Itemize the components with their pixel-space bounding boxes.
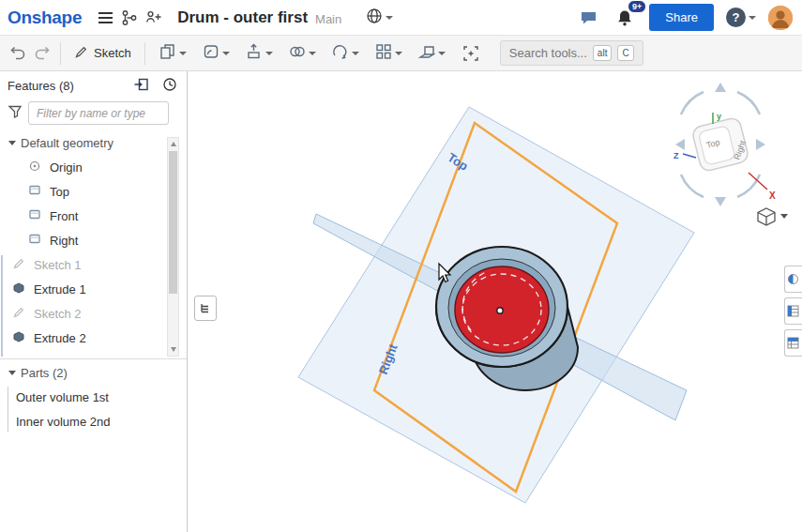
model-canvas[interactable]: Top Right Top Right [188, 71, 802, 532]
pattern-icon [374, 42, 393, 65]
help-menu[interactable]: ? [726, 8, 756, 27]
history-icon[interactable] [162, 77, 177, 95]
appearance-panel-button[interactable] [784, 266, 802, 293]
part-label: Outer volume 1st [16, 390, 109, 404]
share-button[interactable]: Share [649, 4, 714, 31]
tool-group-duplicate[interactable] [155, 40, 190, 67]
chevron-down-icon [309, 52, 316, 55]
onshape-logo[interactable]: Onshape [0, 8, 82, 28]
tree-item-top-plane[interactable]: Top [0, 179, 187, 204]
scrollbar-thumb[interactable] [169, 151, 177, 294]
workspace-name[interactable]: Main [315, 12, 341, 26]
filter-input[interactable] [28, 101, 169, 125]
tree-item-label: Sketch 2 [34, 307, 82, 321]
extrude-feature-icon [12, 281, 25, 297]
key-badge-alt: alt [593, 45, 613, 61]
search-tools-field[interactable]: Search tools... alt C [500, 40, 643, 66]
hamburger-icon[interactable] [93, 6, 117, 30]
version-graph-icon[interactable] [117, 6, 142, 30]
part-row-inner-volume[interactable]: Inner volume 2nd [0, 409, 187, 433]
tables-panel-button[interactable] [784, 329, 802, 357]
rollback-bar[interactable] [1, 255, 3, 357]
sketch-button[interactable]: Sketch [67, 41, 139, 66]
chevron-down-icon [265, 52, 273, 55]
tree-item-label: Sketch 1 [34, 258, 82, 272]
scroll-up-button[interactable] [168, 139, 178, 149]
units-menu[interactable] [366, 8, 393, 28]
tree-item-sketch-2[interactable]: Sketch 2 [0, 301, 187, 326]
tool-group-extrude[interactable] [241, 40, 277, 67]
chevron-down-icon [386, 16, 393, 20]
tree-item-label: Right [50, 234, 78, 248]
parts-header[interactable]: Parts (2) [0, 360, 187, 385]
parts-header-label: Parts (2) [21, 366, 68, 380]
axis-x-label: X [769, 190, 776, 201]
view-cube[interactable]: Top Right y Z X [673, 83, 776, 206]
avatar[interactable] [768, 6, 793, 30]
tree-item-extrude-1[interactable]: Extrude 1 [0, 277, 187, 301]
shell-icon [202, 42, 220, 65]
features-header-label: Features (8) [8, 79, 74, 93]
scroll-down-button[interactable] [168, 344, 178, 355]
spin-arrow-bottom-right[interactable] [737, 175, 760, 197]
sketch-icon [12, 306, 25, 322]
chevron-down-icon [352, 52, 359, 55]
feature-tree-scrollbar[interactable] [167, 137, 179, 357]
tool-group-revolve[interactable] [327, 40, 363, 67]
chevron-down-icon [438, 52, 446, 55]
tree-item-extrude-2[interactable]: Extrude 2 [0, 326, 187, 350]
help-icon: ? [726, 8, 746, 27]
undo-button[interactable] [6, 41, 30, 66]
spin-arrow-bottom-left[interactable] [681, 175, 704, 197]
collaboration-icon[interactable] [142, 6, 166, 30]
fit-view-icon[interactable] [459, 41, 483, 66]
spin-arrow-top-left[interactable] [681, 92, 704, 114]
chevron-down-icon[interactable] [8, 371, 16, 375]
tree-item-label: Extrude 1 [34, 282, 86, 296]
feature-list-toggle[interactable] [194, 296, 217, 321]
rotate-down-arrow[interactable] [715, 197, 726, 206]
chevron-down-icon[interactable] [8, 141, 16, 145]
plane-icon [28, 233, 41, 248]
comments-icon[interactable] [576, 6, 600, 30]
tool-group-sheet-metal[interactable] [414, 40, 449, 67]
rotate-right-arrow[interactable] [756, 139, 765, 150]
features-panel: Features (8) Default geometry Origin [0, 71, 188, 532]
center-point[interactable] [497, 308, 503, 313]
chevron-down-icon [395, 52, 402, 55]
tree-item-right-plane[interactable]: Right [0, 228, 187, 252]
insert-icon[interactable] [133, 77, 149, 95]
filter-row [0, 99, 187, 130]
key-badge-c: C [617, 45, 633, 61]
sketch-icon [12, 257, 25, 273]
search-tools-placeholder: Search tools... [509, 46, 587, 60]
spin-arrow-top-right[interactable] [737, 92, 760, 114]
redo-button[interactable] [30, 41, 54, 66]
tree-item-label: Top [50, 185, 69, 199]
notifications-bell-icon[interactable]: 9+ [613, 6, 637, 30]
tree-item-sketch-1[interactable]: Sketch 1 [0, 252, 187, 277]
topbar-right: 9+ Share ? [576, 4, 802, 31]
tool-group-pattern[interactable] [371, 40, 406, 67]
graphics-viewport[interactable]: Top Right Top Right [188, 71, 802, 532]
axis-y-label: y [717, 112, 721, 121]
tree-item-front-plane[interactable]: Front [0, 204, 187, 228]
tree-item-default-geometry[interactable]: Default geometry [0, 130, 187, 155]
tool-group-boolean[interactable] [284, 40, 320, 67]
part-row-outer-volume[interactable]: Outer volume 1st [0, 385, 187, 409]
chevron-down-icon [222, 52, 230, 55]
tree-item-origin[interactable]: Origin [0, 155, 187, 179]
origin-icon [28, 160, 41, 175]
rotate-left-arrow[interactable] [675, 139, 685, 150]
configurations-panel-button[interactable] [784, 297, 802, 325]
tree-item-label: Default geometry [21, 136, 113, 150]
rotate-up-arrow[interactable] [715, 83, 726, 92]
topbar: Onshape Drum - outer first Main 9+ Share… [0, 0, 802, 36]
filter-funnel-icon[interactable] [8, 104, 23, 122]
view-orientation-menu[interactable] [758, 208, 788, 225]
tool-group-shell[interactable] [198, 40, 234, 67]
parts-divider [0, 358, 187, 359]
sheet-metal-icon [417, 42, 436, 65]
plane-icon [28, 208, 41, 223]
document-title[interactable]: Drum - outer first [177, 8, 308, 27]
